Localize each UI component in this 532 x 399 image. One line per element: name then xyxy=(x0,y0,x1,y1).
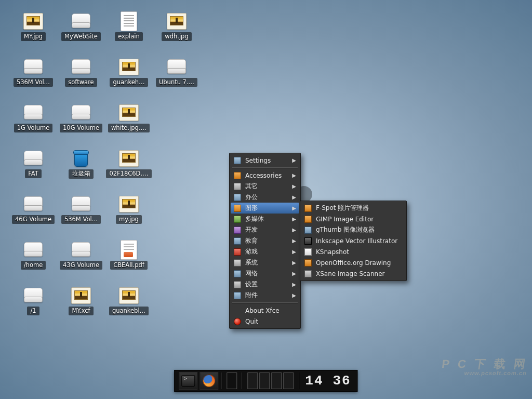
panel-separator xyxy=(241,373,242,389)
menu-item-icon xyxy=(233,193,242,202)
submenu-item[interactable]: gThumb 图像浏览器 xyxy=(301,224,405,235)
menu-item-icon xyxy=(233,237,242,245)
submenu-item[interactable]: F-Spot 照片管理器 xyxy=(301,203,405,214)
menu-item-icon xyxy=(233,156,242,165)
desktop-icon-label: software xyxy=(65,78,97,87)
menu-item-icon xyxy=(233,281,242,289)
desktop-icon-label: CBEAll.pdf xyxy=(110,261,148,270)
desktop-icon[interactable]: FAT xyxy=(9,148,57,195)
terminal-launcher[interactable] xyxy=(179,372,197,390)
desktop-icon[interactable]: 1G Volume xyxy=(9,102,57,150)
menu-item-label: 多媒体 xyxy=(245,215,264,223)
desktop-icon[interactable]: 垃圾箱 xyxy=(57,148,105,195)
workspace-switcher-current[interactable] xyxy=(227,373,237,389)
submenu-item-label: KSnapshot xyxy=(316,248,349,256)
desktop-icon-label: 1G Volume xyxy=(14,124,53,132)
submenu-arrow-icon: ▶ xyxy=(285,157,296,163)
desktop-icon-label: 垃圾箱 xyxy=(69,169,94,179)
desktop[interactable]: MY.jpg MyWebSite explain wdh.jpg 536M Vo… xyxy=(0,0,532,399)
submenu-item-label: OpenOffice.org Drawing xyxy=(316,259,391,267)
xfce-applications-menu[interactable]: Settings ▶ Accessories ▶ 其它 ▶ 办公 ▶ 图形 ▶ … xyxy=(229,153,301,329)
menu-item[interactable]: 图形 ▶ xyxy=(231,203,299,214)
menu-item[interactable]: Settings ▶ xyxy=(231,155,299,166)
desktop-icon[interactable]: guankeh… xyxy=(105,56,153,104)
desktop-icon[interactable]: guankebl… xyxy=(105,285,153,332)
submenu-item-icon xyxy=(303,226,313,234)
image-file-icon xyxy=(119,59,139,75)
menu-item[interactable]: 系统 ▶ xyxy=(231,257,299,268)
submenu-item[interactable]: GIMP Image Editor xyxy=(301,214,405,224)
menu-item-label: 游戏 xyxy=(245,247,258,256)
desktop-icon[interactable]: 536M Vol… xyxy=(57,193,105,241)
xfce-panel: 14 36 xyxy=(174,370,357,392)
submenu-item-label: F-Spot 照片管理器 xyxy=(316,204,369,212)
desktop-icon[interactable]: MY.jpg xyxy=(9,10,57,58)
submenu-arrow-icon: ▶ xyxy=(285,205,296,211)
desktop-icon[interactable]: CBEAll.pdf xyxy=(105,239,153,287)
workspace-3[interactable] xyxy=(271,373,282,389)
graphics-submenu[interactable]: F-Spot 照片管理器 GIMP Image Editor gThumb 图像… xyxy=(300,201,407,281)
desktop-icon[interactable]: 10G Volume xyxy=(57,102,105,150)
workspace-1[interactable] xyxy=(247,373,258,389)
submenu-item-label: GIMP Image Editor xyxy=(316,216,374,223)
menu-item[interactable]: Quit xyxy=(231,316,299,327)
menu-item[interactable]: 开发 ▶ xyxy=(231,224,299,235)
desktop-icon-label: MY.jpg xyxy=(21,32,46,41)
desktop-icon-label: 536M Vol… xyxy=(14,78,53,87)
drive-icon xyxy=(23,105,44,121)
desktop-icon-label: guankebl… xyxy=(109,307,149,315)
desktop-icon-label: 536M Vol… xyxy=(61,215,101,224)
desktop-icon[interactable]: 46G Volume xyxy=(9,193,57,241)
workspace-2[interactable] xyxy=(259,373,270,389)
menu-item[interactable]: 网络 ▶ xyxy=(231,268,299,279)
drive-icon xyxy=(71,196,91,212)
desktop-icon[interactable]: 536M Vol… xyxy=(9,56,57,104)
menu-item[interactable]: 办公 ▶ xyxy=(231,192,299,203)
submenu-arrow-icon: ▶ xyxy=(285,282,296,287)
desktop-icon[interactable]: 02F18C6D.… xyxy=(105,148,153,195)
submenu-item-icon xyxy=(303,248,313,256)
desktop-icon-label: guankeh… xyxy=(110,78,148,87)
menu-item[interactable]: About Xfce xyxy=(231,305,299,316)
desktop-icon[interactable]: Ubuntu 7.… xyxy=(153,56,201,104)
submenu-item[interactable]: KSnapshot xyxy=(301,246,405,257)
desktop-icon[interactable]: explain xyxy=(105,10,153,58)
submenu-item[interactable]: OpenOffice.org Drawing xyxy=(301,257,405,268)
menu-item-label: 系统 xyxy=(245,258,258,267)
desktop-icon[interactable]: MY.xcf xyxy=(57,285,105,332)
menu-item[interactable]: 教育 ▶ xyxy=(231,235,299,246)
submenu-item-icon xyxy=(303,270,313,278)
menu-item[interactable]: 游戏 ▶ xyxy=(231,246,299,257)
menu-item[interactable]: 其它 ▶ xyxy=(231,181,299,192)
menu-item-label: Accessories xyxy=(245,172,282,179)
submenu-item[interactable]: XSane Image Scanner xyxy=(301,268,405,279)
image-file-icon xyxy=(23,13,43,30)
desktop-icon[interactable]: MyWebSite xyxy=(57,10,105,58)
desktop-icon[interactable]: my.jpg xyxy=(105,193,153,241)
text-file-icon xyxy=(121,11,137,31)
image-file-icon xyxy=(119,150,139,167)
menu-item-label: 开发 xyxy=(245,225,258,234)
firefox-launcher[interactable] xyxy=(200,372,218,390)
drive-icon xyxy=(23,288,44,303)
desktop-icon[interactable]: wdh.jpg xyxy=(153,10,201,58)
firefox-icon xyxy=(203,375,215,387)
workspace-4[interactable] xyxy=(283,373,294,389)
drive-icon xyxy=(23,151,44,166)
desktop-icon[interactable]: /1 xyxy=(9,285,57,332)
menu-item[interactable]: Accessories ▶ xyxy=(231,170,299,181)
menu-item[interactable]: 设置 ▶ xyxy=(231,279,299,290)
image-file-icon xyxy=(119,196,139,212)
desktop-icon[interactable]: software xyxy=(57,56,105,104)
desktop-icon-label: MY.xcf xyxy=(69,307,93,315)
desktop-icon[interactable]: white.jpg.… xyxy=(105,102,153,150)
menu-item-icon xyxy=(233,317,242,326)
menu-item[interactable]: 附件 ▶ xyxy=(231,290,299,301)
submenu-item[interactable]: Inkscape Vector Illustrator xyxy=(301,235,405,246)
menu-item[interactable]: 多媒体 ▶ xyxy=(231,214,299,224)
panel-clock[interactable]: 14 36 xyxy=(302,373,354,389)
desktop-icon[interactable]: /home xyxy=(9,239,57,287)
desktop-icon[interactable]: 43G Volume xyxy=(57,239,105,287)
panel-separator xyxy=(221,373,222,389)
submenu-arrow-icon: ▶ xyxy=(285,183,296,189)
